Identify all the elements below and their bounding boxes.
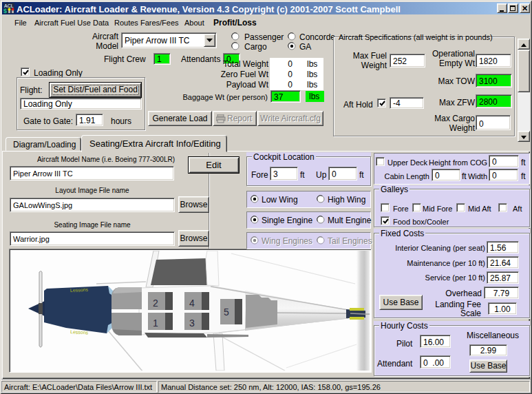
svg-text:$: $ [3, 8, 7, 14]
svg-text:1: 1 [153, 318, 158, 329]
svg-text:2: 2 [153, 298, 158, 309]
svg-text:4: 4 [189, 298, 195, 309]
svg-text:Lessons: Lessons [70, 287, 89, 293]
svg-text:Lessons: Lessons [70, 329, 89, 335]
svg-text:3: 3 [189, 318, 195, 329]
svg-text:5: 5 [224, 307, 229, 318]
